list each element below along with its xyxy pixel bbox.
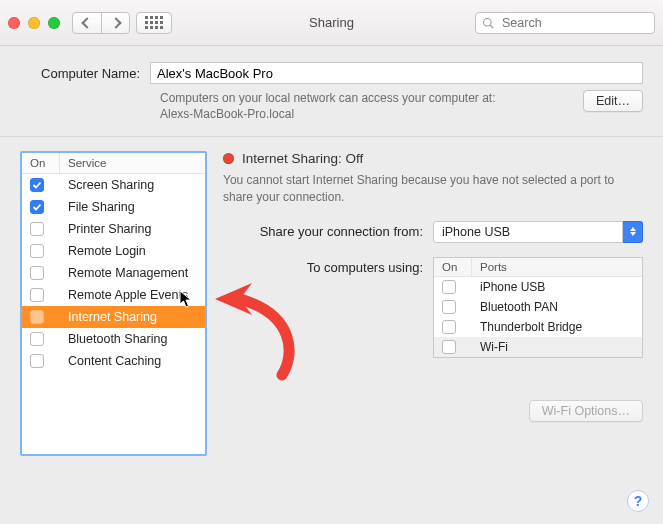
port-checkbox[interactable] xyxy=(442,340,456,354)
service-row[interactable]: Internet Sharing xyxy=(22,306,205,328)
service-row[interactable]: Printer Sharing xyxy=(22,218,205,240)
service-row[interactable]: Remote Login xyxy=(22,240,205,262)
titlebar: Sharing xyxy=(0,0,663,46)
service-row[interactable]: Screen Sharing xyxy=(22,174,205,196)
zoom-icon[interactable] xyxy=(48,17,60,29)
edit-button[interactable]: Edit… xyxy=(583,90,643,112)
port-row[interactable]: Wi-Fi xyxy=(434,337,642,357)
status-title: Internet Sharing: Off xyxy=(242,151,363,166)
ports-list[interactable]: On Ports iPhone USBBluetooth PANThunderb… xyxy=(433,257,643,358)
port-row[interactable]: Thunderbolt Bridge xyxy=(434,317,642,337)
port-label: iPhone USB xyxy=(480,280,545,294)
forward-button[interactable] xyxy=(101,13,129,33)
main-content: On Service Screen SharingFile SharingPri… xyxy=(0,137,663,524)
minimize-icon[interactable] xyxy=(28,17,40,29)
status-message: You cannot start Internet Sharing becaus… xyxy=(223,172,643,204)
port-label: Thunderbolt Bridge xyxy=(480,320,582,334)
service-row[interactable]: Content Caching xyxy=(22,350,205,372)
service-label: Bluetooth Sharing xyxy=(68,332,167,346)
detail-panel: Internet Sharing: Off You cannot start I… xyxy=(223,151,643,512)
computer-name-label: Computer Name: xyxy=(20,66,140,81)
service-checkbox[interactable] xyxy=(30,200,44,214)
svg-point-0 xyxy=(484,18,492,26)
grid-icon xyxy=(145,16,163,29)
port-label: Bluetooth PAN xyxy=(480,300,558,314)
service-label: Printer Sharing xyxy=(68,222,151,236)
port-row[interactable]: Bluetooth PAN xyxy=(434,297,642,317)
service-row[interactable]: Remote Apple Events xyxy=(22,284,205,306)
port-checkbox[interactable] xyxy=(442,280,456,294)
port-row[interactable]: iPhone USB xyxy=(434,277,642,297)
wifi-options-button: Wi-Fi Options… xyxy=(529,400,643,422)
ports-header: On Ports xyxy=(434,258,642,277)
services-list[interactable]: On Service Screen SharingFile SharingPri… xyxy=(20,151,207,456)
help-button[interactable]: ? xyxy=(627,490,649,512)
ports-header-ports[interactable]: Ports xyxy=(472,258,642,276)
nav-back-forward xyxy=(72,12,130,34)
share-from-select[interactable]: iPhone USB xyxy=(433,221,643,243)
search-icon xyxy=(482,17,494,29)
service-label: Screen Sharing xyxy=(68,178,154,192)
computer-name-hint: Computers on your local network can acce… xyxy=(160,90,573,122)
service-label: Internet Sharing xyxy=(68,310,157,324)
service-row[interactable]: File Sharing xyxy=(22,196,205,218)
chevron-left-icon xyxy=(81,17,92,28)
share-from-value: iPhone USB xyxy=(433,221,623,243)
status-row: Internet Sharing: Off xyxy=(223,151,643,166)
service-label: Remote Apple Events xyxy=(68,288,188,302)
service-label: Remote Management xyxy=(68,266,188,280)
service-checkbox[interactable] xyxy=(30,178,44,192)
service-label: File Sharing xyxy=(68,200,135,214)
service-checkbox[interactable] xyxy=(30,310,44,324)
port-checkbox[interactable] xyxy=(442,320,456,334)
traffic-lights xyxy=(8,17,60,29)
to-computers-label: To computers using: xyxy=(223,257,423,275)
service-checkbox[interactable] xyxy=(30,354,44,368)
service-checkbox[interactable] xyxy=(30,222,44,236)
select-stepper-icon[interactable] xyxy=(623,221,643,243)
computer-name-section: Computer Name: Computers on your local n… xyxy=(0,46,663,137)
service-checkbox[interactable] xyxy=(30,332,44,346)
svg-line-1 xyxy=(490,25,493,28)
show-all-button[interactable] xyxy=(136,12,172,34)
status-dot-icon xyxy=(223,153,234,164)
back-button[interactable] xyxy=(73,13,101,33)
service-checkbox[interactable] xyxy=(30,266,44,280)
services-header: On Service xyxy=(22,153,205,174)
chevron-right-icon xyxy=(110,17,121,28)
port-checkbox[interactable] xyxy=(442,300,456,314)
help-icon: ? xyxy=(634,493,643,509)
services-header-service[interactable]: Service xyxy=(60,153,205,173)
service-label: Remote Login xyxy=(68,244,146,258)
service-row[interactable]: Remote Management xyxy=(22,262,205,284)
service-checkbox[interactable] xyxy=(30,288,44,302)
search-field[interactable] xyxy=(475,12,655,34)
computer-name-input[interactable] xyxy=(150,62,643,84)
search-input[interactable] xyxy=(500,15,648,31)
ports-header-on[interactable]: On xyxy=(434,258,472,276)
services-header-on[interactable]: On xyxy=(22,153,60,173)
share-from-label: Share your connection from: xyxy=(223,221,423,239)
service-checkbox[interactable] xyxy=(30,244,44,258)
service-label: Content Caching xyxy=(68,354,161,368)
port-label: Wi-Fi xyxy=(480,340,508,354)
service-row[interactable]: Bluetooth Sharing xyxy=(22,328,205,350)
close-icon[interactable] xyxy=(8,17,20,29)
